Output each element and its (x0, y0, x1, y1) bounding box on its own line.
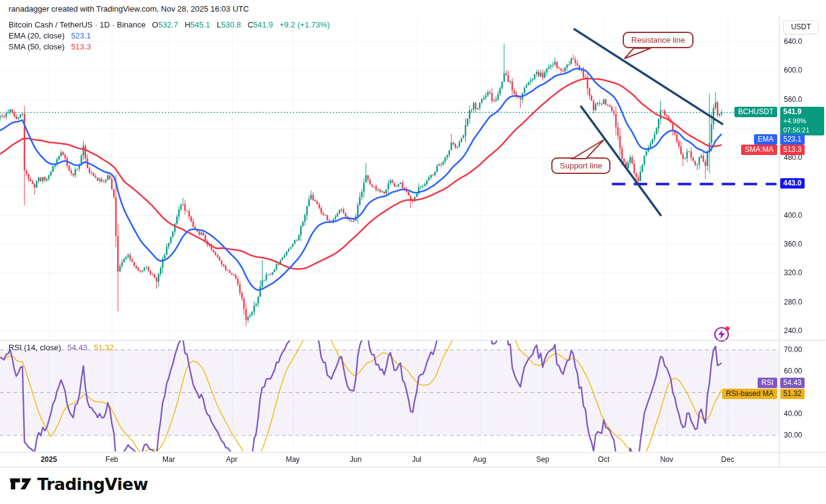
ema-value-badge: 523.1 (780, 134, 805, 145)
sma-pill: SMA:MA (741, 145, 777, 155)
time-axis-label: Sep (536, 455, 549, 464)
time-axis-label: Nov (660, 455, 673, 464)
rsi-ma-value-badge: 51.32 (780, 389, 805, 399)
price-tick-label: 360.0 (784, 240, 802, 248)
sma-legend-value: 513.3 (71, 42, 91, 51)
level-443-badge: 443.0 (780, 178, 805, 189)
ema-legend-value: 523.1 (71, 31, 91, 40)
time-axis-label: 2025 (41, 455, 57, 464)
sma-legend-row[interactable]: SMA (50, close) 513.3 (9, 41, 330, 52)
attribution-text: ranadagger created with TradingView.com,… (9, 4, 249, 13)
rsi-tick-label: 40.00 (784, 409, 802, 418)
time-axis-label: Dec (721, 455, 734, 464)
tradingview-logo[interactable]: TradingView (10, 474, 148, 494)
low-value: 530.8 (221, 20, 241, 29)
rsi-ma-legend-value: 51.32 (94, 343, 114, 352)
open-label: O (152, 20, 158, 29)
rsi-value-badge: 54.43 (780, 378, 805, 388)
support-line-label[interactable]: Support line (551, 157, 610, 174)
time-axis-label: Jun (350, 455, 361, 464)
sma-value-badge: 513.3 (780, 145, 805, 155)
rsi-legend-label[interactable]: RSI (14, close) (9, 343, 61, 352)
rsi-ma-pill: RSI-based MA (722, 389, 777, 399)
open-value: 532.7 (158, 20, 178, 29)
chart-area[interactable]: Bitcoin Cash / TetherUS · 1D · Binance O… (0, 16, 826, 467)
rsi-tick-label: 60.00 (784, 367, 802, 375)
price-tick-label: 400.0 (784, 211, 802, 220)
sma-legend-label[interactable]: SMA (50, close) (9, 42, 65, 51)
price-tick-label: 240.0 (784, 326, 802, 335)
symbol-price-pill: BCHUSDT (734, 107, 777, 117)
rsi-tick-label: 30.00 (784, 431, 802, 439)
time-axis-label: Mar (162, 455, 175, 464)
time-axis[interactable]: 2025FebMarAprMayJunJulAugSepOctNovDec (0, 453, 779, 467)
time-axis-label: May (286, 455, 300, 464)
symbol-legend[interactable]: Bitcoin Cash / TetherUS · 1D · Binance O… (9, 20, 330, 52)
last-price-value: 541.9 (783, 107, 821, 117)
time-axis-label: Feb (106, 455, 118, 464)
rsi-legend[interactable]: RSI (14, close) 54.43 51.32 (9, 343, 114, 352)
time-axis-label: Jul (412, 455, 421, 464)
high-label: H (184, 20, 190, 29)
currency-toggle-button[interactable]: USDT (783, 20, 819, 34)
bar-countdown: 07:56:21 (783, 126, 821, 135)
rsi-legend-value: 54.43 (68, 343, 88, 352)
price-chart-canvas[interactable] (0, 16, 779, 467)
ema-pill: EMA (754, 134, 777, 145)
price-tick-label: 280.0 (784, 298, 802, 306)
close-label: C (247, 20, 253, 29)
ema-legend-row[interactable]: EMA (20, close) 523.1 (9, 31, 330, 41)
close-value: 541.9 (253, 20, 274, 29)
price-tick-label: 560.0 (784, 95, 802, 104)
pane-separator[interactable] (0, 340, 826, 340)
symbol-title[interactable]: Bitcoin Cash / TetherUS · 1D · Binance (9, 20, 145, 29)
tradingview-logo-text: TradingView (37, 475, 148, 494)
tradingview-chart-page: ranadagger created with TradingView.com,… (0, 0, 826, 504)
notification-dot (725, 326, 730, 331)
price-tick-label: 320.0 (784, 268, 802, 277)
lightning-bolt-icon (719, 330, 725, 339)
change-value: +9.2 (+1.73%) (280, 20, 330, 29)
time-axis-label: Oct (598, 455, 610, 464)
rsi-tick-label: 70.00 (784, 345, 802, 354)
last-price-badge: 541.9 +4.98% 07:56:21 (780, 107, 824, 135)
price-axis[interactable]: USDT 640.0600.0560.0480.0400.0360.0320.0… (780, 16, 826, 467)
ema-legend-label[interactable]: EMA (20, close) (9, 31, 65, 40)
high-value: 545.1 (190, 20, 211, 29)
tradingview-logo-mark (10, 474, 32, 494)
change-percent-value: +4.98% (783, 117, 821, 126)
time-axis-label: Apr (226, 455, 237, 464)
symbol-legend-row[interactable]: Bitcoin Cash / TetherUS · 1D · Binance O… (9, 20, 330, 31)
time-axis-label: Aug (473, 455, 486, 464)
rsi-pill: RSI (758, 378, 777, 388)
price-tick-label: 640.0 (784, 37, 802, 46)
price-tick-label: 600.0 (784, 66, 802, 74)
resistance-line-label[interactable]: Resistance line (623, 32, 694, 48)
